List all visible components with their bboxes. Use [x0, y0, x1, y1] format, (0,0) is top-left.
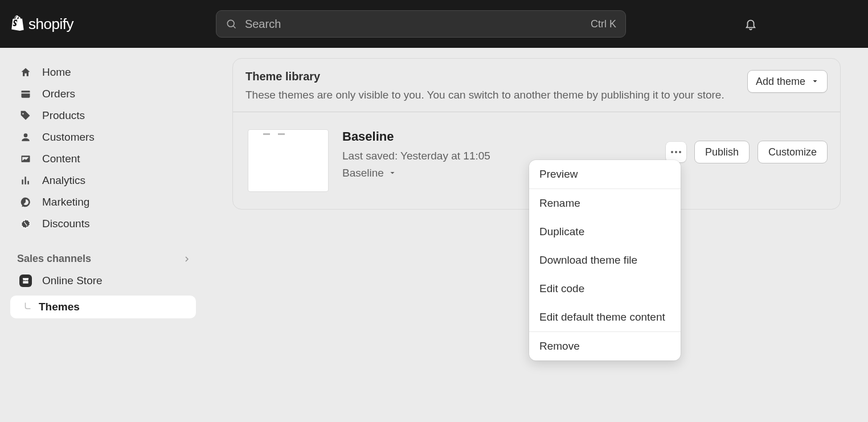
nav-label: Discounts [42, 218, 89, 230]
shopify-bag-icon [10, 15, 25, 32]
topbar-right [740, 14, 858, 34]
bell-icon [744, 18, 757, 30]
nav-products[interactable]: Products [0, 105, 205, 126]
card-header: Theme library These themes are only visi… [233, 59, 840, 112]
nav-discounts[interactable]: Discounts [0, 213, 205, 235]
publish-button[interactable]: Publish [694, 141, 750, 163]
chevron-right-icon [182, 255, 191, 264]
theme-style-selector[interactable]: Baseline [342, 167, 490, 179]
orders-icon [19, 88, 32, 100]
nav-customers[interactable]: Customers [0, 126, 205, 148]
theme-info: Baseline Last saved: Yesterday at 11:05 … [342, 129, 490, 179]
brand-text: shopify [28, 15, 73, 33]
nav-label: Marketing [42, 196, 89, 208]
menu-edit-code[interactable]: Edit code [529, 274, 681, 303]
menu-download[interactable]: Download theme file [529, 246, 681, 274]
nav-orders[interactable]: Orders [0, 83, 205, 105]
chevron-down-icon [811, 77, 819, 85]
svg-point-0 [227, 20, 234, 27]
add-theme-button[interactable]: Add theme [747, 70, 828, 93]
theme-last-saved: Last saved: Yesterday at 11:05 [342, 150, 490, 162]
nav-home[interactable]: Home [0, 62, 205, 83]
dots-horizontal-icon [671, 151, 681, 153]
menu-edit-default[interactable]: Edit default theme content [529, 303, 681, 331]
nav-themes[interactable]: Themes [10, 296, 196, 318]
nav-label: Customers [42, 131, 95, 144]
nav-content[interactable]: Content [0, 148, 205, 170]
sidebar: Home Orders Products Customers Content A… [0, 48, 205, 422]
nav-label: Analytics [42, 174, 85, 187]
search-placeholder: Search [245, 18, 583, 31]
card-title: Theme library [245, 70, 736, 83]
menu-preview[interactable]: Preview [529, 160, 681, 189]
nav-label: Products [42, 109, 85, 122]
theme-style-name: Baseline [342, 167, 384, 179]
theme-actions: Publish Customize [666, 141, 828, 163]
shopify-logo[interactable]: shopify [10, 15, 73, 33]
more-actions-button[interactable] [666, 142, 686, 162]
customers-icon [19, 131, 32, 144]
nav-marketing[interactable]: Marketing [0, 191, 205, 213]
nav-label: Content [42, 153, 80, 165]
menu-remove[interactable]: Remove [529, 332, 681, 360]
svg-point-2 [671, 151, 673, 153]
theme-thumbnail[interactable] [248, 129, 329, 192]
card-header-text: Theme library These themes are only visi… [245, 70, 736, 101]
add-theme-label: Add theme [756, 76, 805, 88]
main: Theme library These themes are only visi… [205, 48, 868, 422]
content-icon [19, 153, 32, 165]
svg-point-3 [675, 151, 677, 153]
topbar: shopify Search Ctrl K [0, 0, 868, 48]
discounts-icon [19, 218, 32, 230]
nav-label: Orders [42, 88, 75, 100]
nav-analytics[interactable]: Analytics [0, 170, 205, 191]
menu-rename[interactable]: Rename [529, 189, 681, 218]
chevron-down-icon [388, 169, 396, 177]
card-subtitle: These themes are only visible to you. Yo… [245, 89, 736, 101]
search-box[interactable]: Search Ctrl K [216, 10, 626, 38]
svg-line-1 [234, 26, 236, 28]
sales-channels-header[interactable]: Sales channels [0, 248, 205, 269]
svg-point-4 [679, 151, 681, 153]
search-icon [226, 18, 237, 30]
menu-duplicate[interactable]: Duplicate [529, 218, 681, 246]
theme-name: Baseline [342, 129, 490, 144]
nav-online-store[interactable]: Online Store [0, 269, 205, 292]
layout: Home Orders Products Customers Content A… [0, 48, 868, 422]
home-icon [19, 66, 32, 79]
products-icon [19, 109, 32, 122]
nav-label: Home [42, 66, 71, 79]
marketing-icon [19, 196, 32, 208]
theme-row: Baseline Last saved: Yesterday at 11:05 … [233, 112, 840, 209]
themes-label: Themes [39, 301, 80, 313]
online-store-label: Online Store [42, 274, 103, 287]
analytics-icon [19, 174, 32, 187]
more-actions-menu: Preview Rename Duplicate Download theme … [529, 160, 681, 360]
channels-label: Sales channels [17, 253, 91, 265]
theme-library-card: Theme library These themes are only visi… [232, 58, 841, 210]
search-shortcut: Ctrl K [591, 18, 616, 30]
customize-button[interactable]: Customize [758, 141, 828, 163]
notifications-button[interactable] [740, 14, 761, 34]
store-icon [19, 274, 32, 287]
tree-connector-icon [23, 302, 33, 312]
